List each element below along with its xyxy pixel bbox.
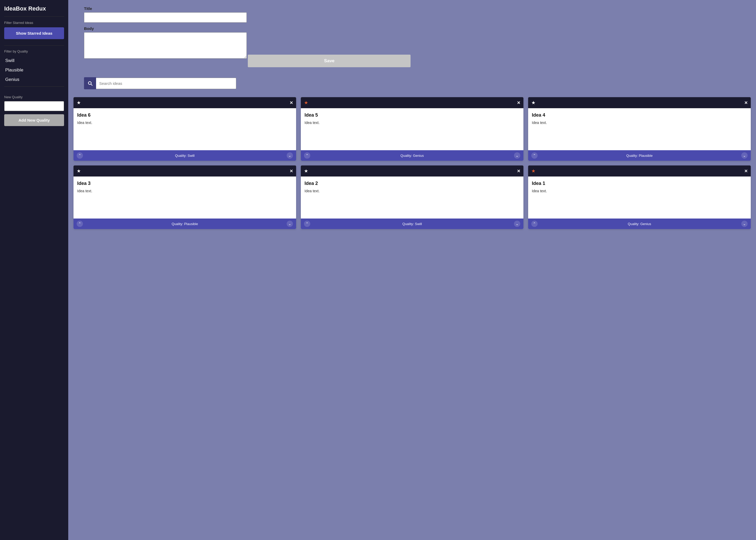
quality-label: Quality: Genius bbox=[310, 154, 514, 158]
card-title: Idea 6 bbox=[77, 112, 292, 118]
title-label: Title bbox=[84, 6, 740, 11]
card-header: ★ ✕ bbox=[73, 97, 296, 108]
quality-down-chevron[interactable]: ⌄ bbox=[287, 221, 293, 227]
quality-label: Quality: Plausible bbox=[538, 154, 741, 158]
cards-grid: ★ ✕ Idea 6 Idea text. ⌃ Quality: Swill ⌄… bbox=[68, 94, 756, 540]
close-button[interactable]: ✕ bbox=[744, 100, 748, 105]
close-button[interactable]: ✕ bbox=[517, 100, 520, 105]
card-text: Idea text. bbox=[77, 121, 292, 125]
close-button[interactable]: ✕ bbox=[517, 169, 520, 174]
card-text: Idea text. bbox=[304, 121, 520, 125]
new-quality-label: New Quality bbox=[4, 95, 64, 99]
close-button[interactable]: ✕ bbox=[289, 100, 293, 105]
card-body: Idea 3 Idea text. bbox=[73, 177, 296, 218]
search-area bbox=[68, 77, 252, 94]
card-title: Idea 5 bbox=[304, 112, 520, 118]
body-textarea[interactable] bbox=[84, 32, 247, 59]
quality-label: Quality: Plausible bbox=[83, 222, 287, 226]
quality-up-chevron[interactable]: ⌃ bbox=[77, 221, 83, 227]
idea-card-card-5: ★ ✕ Idea 5 Idea text. ⌃ Quality: Genius … bbox=[301, 97, 523, 161]
idea-card-card-3: ★ ✕ Idea 3 Idea text. ⌃ Quality: Plausib… bbox=[73, 166, 296, 229]
card-footer: ⌃ Quality: Plausible ⌄ bbox=[73, 218, 296, 229]
title-input[interactable] bbox=[84, 12, 247, 23]
card-header: ★ ✕ bbox=[528, 166, 751, 177]
card-body: Idea 4 Idea text. bbox=[528, 108, 751, 150]
main-area: Title Body Save ★ ✕ Idea 6 Idea text. ⌃ bbox=[68, 0, 756, 540]
close-button[interactable]: ✕ bbox=[744, 169, 748, 174]
quality-filter-genius[interactable]: Genius bbox=[4, 75, 64, 84]
app-title: IdeaBox Redux bbox=[4, 5, 64, 17]
card-title: Idea 1 bbox=[532, 181, 747, 186]
filter-quality-label: Filter by Quality bbox=[4, 49, 64, 53]
quality-up-chevron[interactable]: ⌃ bbox=[77, 152, 83, 159]
card-title: Idea 4 bbox=[532, 112, 747, 118]
star-button[interactable]: ★ bbox=[77, 168, 81, 174]
card-text: Idea text. bbox=[77, 189, 292, 193]
body-label: Body bbox=[84, 26, 740, 31]
card-body: Idea 5 Idea text. bbox=[301, 108, 523, 150]
card-footer: ⌃ Quality: Genius ⌄ bbox=[301, 150, 523, 161]
search-icon-box bbox=[84, 77, 96, 89]
card-body: Idea 6 Idea text. bbox=[73, 108, 296, 150]
card-header: ★ ✕ bbox=[301, 166, 523, 177]
divider-2 bbox=[4, 86, 64, 87]
card-header: ★ ✕ bbox=[528, 97, 751, 108]
filter-starred-label: Filter Starred Ideas bbox=[4, 21, 64, 25]
star-button[interactable]: ★ bbox=[77, 100, 81, 106]
star-button[interactable]: ★ bbox=[531, 168, 535, 174]
new-quality-input[interactable] bbox=[4, 101, 64, 111]
card-text: Idea text. bbox=[532, 189, 747, 193]
save-button[interactable]: Save bbox=[248, 55, 410, 67]
idea-form: Title Body Save bbox=[68, 0, 756, 77]
quality-filter-swill[interactable]: Swill bbox=[4, 56, 64, 66]
card-text: Idea text. bbox=[304, 189, 520, 193]
star-button[interactable]: ★ bbox=[531, 100, 535, 106]
sidebar: IdeaBox Redux Filter Starred Ideas Show … bbox=[0, 0, 68, 540]
quality-filter-plausible[interactable]: Plausible bbox=[4, 66, 64, 75]
card-header: ★ ✕ bbox=[73, 166, 296, 177]
quality-down-chevron[interactable]: ⌄ bbox=[741, 221, 748, 227]
card-title: Idea 2 bbox=[304, 181, 520, 186]
quality-up-chevron[interactable]: ⌃ bbox=[304, 152, 310, 159]
card-header: ★ ✕ bbox=[301, 97, 523, 108]
idea-card-card-2: ★ ✕ Idea 2 Idea text. ⌃ Quality: Swill ⌄ bbox=[301, 166, 523, 229]
idea-card-card-4: ★ ✕ Idea 4 Idea text. ⌃ Quality: Plausib… bbox=[528, 97, 751, 161]
card-footer: ⌃ Quality: Swill ⌄ bbox=[301, 218, 523, 229]
star-button[interactable]: ★ bbox=[304, 100, 308, 106]
quality-up-chevron[interactable]: ⌃ bbox=[531, 152, 538, 159]
quality-label: Quality: Swill bbox=[310, 222, 514, 226]
idea-card-card-1: ★ ✕ Idea 1 Idea text. ⌃ Quality: Genius … bbox=[528, 166, 751, 229]
search-icon bbox=[87, 80, 93, 86]
card-body: Idea 2 Idea text. bbox=[301, 177, 523, 218]
close-button[interactable]: ✕ bbox=[289, 169, 293, 174]
star-button[interactable]: ★ bbox=[304, 168, 308, 174]
card-footer: ⌃ Quality: Genius ⌄ bbox=[528, 218, 751, 229]
quality-label: Quality: Swill bbox=[83, 154, 287, 158]
card-text: Idea text. bbox=[532, 121, 747, 125]
search-input[interactable] bbox=[96, 78, 236, 89]
quality-up-chevron[interactable]: ⌃ bbox=[531, 221, 538, 227]
show-starred-button[interactable]: Show Starred Ideas bbox=[4, 27, 64, 39]
card-title: Idea 3 bbox=[77, 181, 292, 186]
quality-up-chevron[interactable]: ⌃ bbox=[304, 221, 310, 227]
quality-down-chevron[interactable]: ⌄ bbox=[741, 152, 748, 159]
quality-down-chevron[interactable]: ⌄ bbox=[514, 221, 520, 227]
card-footer: ⌃ Quality: Swill ⌄ bbox=[73, 150, 296, 161]
quality-down-chevron[interactable]: ⌄ bbox=[287, 152, 293, 159]
card-body: Idea 1 Idea text. bbox=[528, 177, 751, 218]
quality-down-chevron[interactable]: ⌄ bbox=[514, 152, 520, 159]
quality-label: Quality: Genius bbox=[538, 222, 741, 226]
card-footer: ⌃ Quality: Plausible ⌄ bbox=[528, 150, 751, 161]
add-quality-button[interactable]: Add New Quality bbox=[4, 114, 64, 126]
idea-card-card-6: ★ ✕ Idea 6 Idea text. ⌃ Quality: Swill ⌄ bbox=[73, 97, 296, 161]
